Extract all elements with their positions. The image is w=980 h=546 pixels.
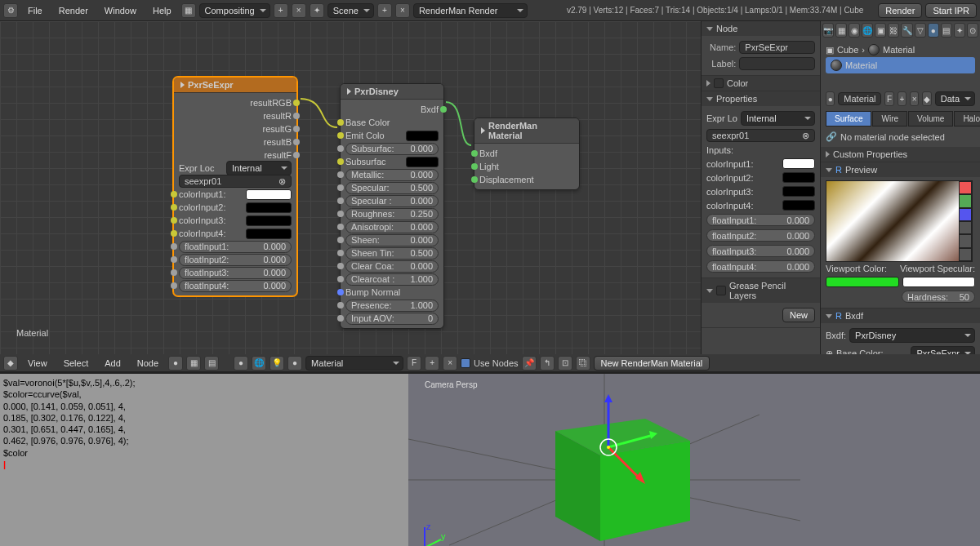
preview-header[interactable]: RPreview <box>821 162 980 177</box>
expr-name-field[interactable]: seexpr01⊗ <box>179 175 292 188</box>
socket-resultr[interactable] <box>293 113 300 119</box>
remove-material-icon[interactable]: × <box>910 91 919 106</box>
nodes-icon[interactable]: ◆ <box>922 91 931 106</box>
material-browse-icon[interactable]: ● <box>826 91 835 106</box>
socket-displacement-in[interactable] <box>471 176 478 183</box>
texture-tree-icon[interactable]: ▤ <box>204 356 219 371</box>
scene-dropdown[interactable]: Scene <box>327 3 374 18</box>
material-slot[interactable]: Material <box>826 57 975 73</box>
base-color-dropdown[interactable]: PxrSeExpr <box>911 346 975 354</box>
socket-bxdf-out[interactable] <box>440 106 447 113</box>
hardness-field[interactable]: Hardness:50 <box>902 291 975 303</box>
node-renderman-material[interactable]: RenderMan Material Bxdf Light Displaceme… <box>474 118 580 190</box>
node-pxrdisney[interactable]: PxrDisney Bxdf Base Color Emit Colo Subs… <box>340 83 444 329</box>
color-swatch[interactable] <box>246 215 292 226</box>
data-tab-icon[interactable]: ▽ <box>915 23 926 38</box>
menu-file[interactable]: File <box>21 3 49 18</box>
viewport-color-swatch[interactable] <box>826 277 899 287</box>
new-renderman-button[interactable]: New RenderMan Material <box>594 356 710 371</box>
use-nodes-checkbox[interactable] <box>461 358 470 368</box>
preview-cube-icon[interactable] <box>959 208 972 221</box>
expr-name-field[interactable]: seexpr01⊗ <box>706 129 815 142</box>
socket-bxdf-in[interactable] <box>471 150 478 157</box>
node-section-header[interactable]: Node <box>702 21 820 36</box>
add-mat-icon[interactable]: + <box>425 356 439 371</box>
color-swatch[interactable] <box>246 202 292 213</box>
add-material-icon[interactable]: + <box>898 91 906 106</box>
particles-tab-icon[interactable]: ✦ <box>954 23 965 38</box>
node-label-field[interactable] <box>739 57 815 70</box>
world-type-icon[interactable]: 🌐 <box>252 356 266 371</box>
viewport-3d[interactable]: Camera Persp z <box>408 374 980 546</box>
viewport-specular-swatch[interactable] <box>902 277 976 287</box>
node-menu[interactable]: Node <box>131 356 165 371</box>
add-menu[interactable]: Add <box>98 356 127 371</box>
floatinput3-field[interactable]: floatInput3:0.000 <box>179 267 292 279</box>
node-editor[interactable]: PxrSeExpr resultRGB resultR resultG resu… <box>0 21 701 354</box>
material-dropdown[interactable]: Material <box>305 356 403 371</box>
remove-layout-icon[interactable]: × <box>292 3 306 18</box>
socket-light-in[interactable] <box>471 163 478 170</box>
layout-select-icon[interactable]: ▦ <box>181 3 196 18</box>
floatinput4-field[interactable]: floatInput4:0.000 <box>179 280 292 292</box>
color-section-header[interactable]: Color <box>702 76 820 91</box>
surface-tab[interactable]: Surface <box>826 111 871 127</box>
collapse-icon[interactable] <box>180 82 185 88</box>
color-swatch[interactable] <box>246 189 292 200</box>
halo-tab[interactable]: Halo <box>954 111 980 127</box>
world-tab-icon[interactable]: 🌐 <box>862 23 873 38</box>
object-tab-icon[interactable]: ▣ <box>875 23 886 38</box>
remove-mat-icon[interactable]: × <box>443 356 457 371</box>
texture-tab-icon[interactable]: ▤ <box>941 23 952 38</box>
collapse-icon[interactable] <box>481 127 485 134</box>
socket-resultg[interactable] <box>293 126 300 132</box>
ipr-button[interactable]: Start IPR <box>925 3 977 18</box>
copy-icon[interactable]: ⿻ <box>576 356 590 371</box>
node-pxrseexpr[interactable]: PxrSeExpr resultRGB resultR resultG resu… <box>173 77 297 296</box>
bxdf-dropdown[interactable]: PxrDisney <box>849 328 975 343</box>
physics-tab-icon[interactable]: ⊙ <box>967 23 978 38</box>
add-layout-icon[interactable]: + <box>274 3 288 18</box>
render-button[interactable]: Render <box>878 3 922 18</box>
menu-window[interactable]: Window <box>98 3 143 18</box>
new-grease-button[interactable]: New <box>782 308 815 322</box>
floatinput2-field[interactable]: floatInput2:0.000 <box>179 254 292 266</box>
layout-dropdown[interactable]: Compositing <box>199 3 270 18</box>
material-browse-icon[interactable]: ● <box>287 356 302 371</box>
layers-tab-icon[interactable]: ▦ <box>835 23 847 38</box>
preview-sky-icon[interactable] <box>959 248 972 261</box>
blender-icon[interactable]: ⚙ <box>3 3 18 18</box>
preview-monkey-icon[interactable] <box>959 221 972 234</box>
expr-lo-dropdown[interactable]: Internal <box>741 111 815 126</box>
color-swatch[interactable] <box>246 229 292 239</box>
lamp-type-icon[interactable]: 💡 <box>270 356 284 371</box>
wire-tab[interactable]: Wire <box>872 111 907 127</box>
view-menu[interactable]: View <box>21 356 54 371</box>
cube-object[interactable] <box>523 390 694 545</box>
material-name-field[interactable]: Material <box>838 92 881 105</box>
text-editor[interactable]: $val=voronoi(5*[$u,$v,.5],4,.6,.2); $col… <box>0 374 408 546</box>
select-menu[interactable]: Select <box>57 356 96 371</box>
scene-icon[interactable]: ✦ <box>310 3 324 18</box>
bxdf-header[interactable]: RBxdf <box>821 309 980 323</box>
socket-colorinput3[interactable] <box>171 217 177 224</box>
custom-props-header[interactable]: Custom Properties <box>821 147 980 162</box>
volume-tab[interactable]: Volume <box>908 111 953 127</box>
data-dropdown[interactable]: Data <box>935 91 975 106</box>
floatinput1-field[interactable]: floatInput1:0.000 <box>179 241 292 253</box>
preview-hair-icon[interactable] <box>959 234 972 247</box>
object-type-icon[interactable]: ● <box>234 356 248 371</box>
expr-loc-dropdown[interactable]: Internal <box>226 161 292 175</box>
remove-scene-icon[interactable]: × <box>395 3 410 18</box>
shader-tree-icon[interactable]: ● <box>168 356 183 371</box>
socket-resultb[interactable] <box>293 139 300 145</box>
pin-icon[interactable]: 📌 <box>522 356 537 371</box>
preview-sphere-icon[interactable] <box>959 194 972 207</box>
node-name-field[interactable]: PxrSeExpr <box>739 41 815 54</box>
modifiers-tab-icon[interactable]: 🔧 <box>901 23 912 38</box>
go-parent-icon[interactable]: ↰ <box>540 356 555 371</box>
render-tab-icon[interactable]: 📷 <box>822 23 834 38</box>
scene-tab-icon[interactable]: ◉ <box>849 23 860 38</box>
material-tab-icon[interactable]: ● <box>928 23 939 38</box>
add-scene-icon[interactable]: + <box>377 3 392 18</box>
